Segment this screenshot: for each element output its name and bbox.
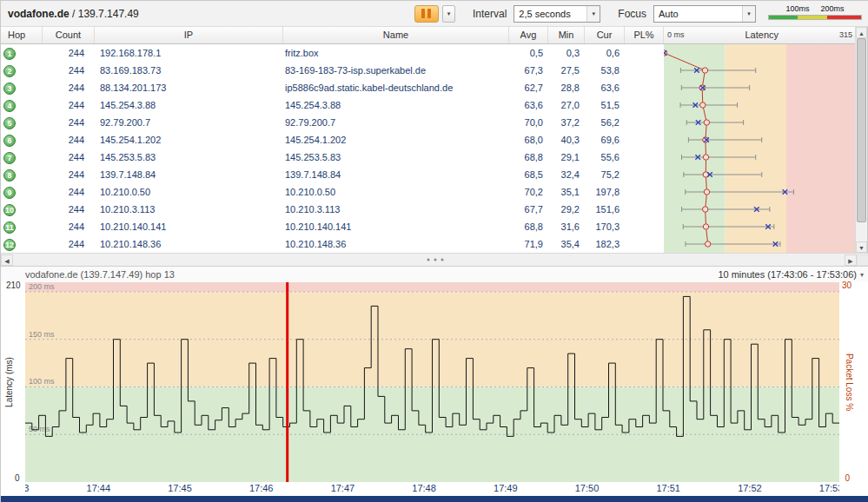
triangle-up-icon: ▲ (858, 30, 865, 36)
focus-select[interactable]: Auto ▾ (653, 5, 756, 23)
column-header-avg: Avg (509, 27, 548, 43)
cell-count: 244 (43, 235, 95, 253)
cell-name: 10.210.3.113 (283, 201, 509, 218)
cell-count: 244 (43, 183, 95, 201)
cell-ip: 10.210.148.36 (95, 235, 283, 253)
cell-count: 244 (43, 201, 95, 218)
column-header-cur: Cur (585, 27, 625, 43)
cell-avg: 68,8 (509, 218, 548, 235)
interval-control: Interval 2,5 seconds ▾ (467, 5, 600, 23)
column-header-count: Count (43, 27, 95, 43)
cell-name: ip5886c9ad.static.kabel-deutschland.de (283, 79, 509, 96)
latency-time-series-chart[interactable]: 200 ms150 ms100 ms50 ms (25, 282, 839, 482)
cell-avg: 70,0 (509, 114, 548, 131)
cell-pl (625, 131, 664, 149)
cell-avg: 71,9 (509, 235, 548, 253)
triangle-down-icon: ▼ (858, 245, 865, 251)
svg-text:200 ms: 200 ms (29, 282, 55, 291)
cell-name: 145.253.5.83 (283, 149, 509, 166)
pause-icon (427, 9, 431, 18)
cell-cur: 51,5 (585, 96, 625, 114)
hop-number-badge: 3 (3, 83, 16, 95)
table-header: Hop Count IP Name Avg Min Cur PL% 0 ms L… (1, 27, 857, 44)
cell-avg: 0,5 (509, 44, 548, 62)
hop-number-badge: 5 (3, 117, 16, 129)
column-header-latency: 0 ms Latency 315 (664, 27, 857, 43)
yaxis-right-title: Packet Loss % (845, 347, 854, 418)
cell-min: 31,6 (548, 218, 585, 235)
scroll-right-button[interactable]: ▶ (845, 254, 857, 266)
cell-name: 139.7.148.84 (283, 166, 509, 183)
cell-pl (625, 149, 664, 166)
splitter-grip[interactable] (427, 259, 443, 261)
legend-yellow-segment (798, 16, 826, 19)
cell-min: 35,4 (548, 235, 585, 253)
column-header-ip: IP (95, 27, 283, 43)
cell-pl (625, 79, 664, 96)
cell-cur: 182,3 (585, 235, 625, 253)
legend-200ms-label: 200ms (820, 4, 844, 13)
hop-number-badge: 4 (3, 100, 16, 112)
pause-dropdown-button[interactable]: ▾ (442, 5, 455, 23)
x-axis-tick: 17:47 (331, 483, 355, 493)
legend-green-segment (769, 16, 798, 19)
cell-name: 10.210.148.36 (283, 235, 509, 253)
hop-latency-graph[interactable] (664, 44, 857, 253)
scroll-up-button[interactable]: ▲ (856, 27, 867, 38)
x-axis-tick: 17:45 (168, 483, 192, 493)
cell-min: 35,1 (548, 183, 585, 201)
triangle-left-icon: ◀ (4, 258, 9, 264)
column-header-min: Min (548, 27, 585, 43)
focus-control: Focus Auto ▾ (613, 5, 756, 23)
cell-avg: 67,3 (509, 62, 548, 79)
scroll-left-button[interactable]: ◀ (1, 254, 13, 266)
pause-button[interactable] (414, 5, 439, 23)
cell-count: 244 (43, 218, 95, 235)
cell-avg: 63,6 (509, 96, 548, 114)
cell-name: 145.254.3.88 (283, 96, 509, 114)
cell-ip: 83.169.183.73 (95, 62, 283, 79)
scrollbar-corner (857, 254, 868, 266)
focus-label: Focus (618, 8, 646, 20)
cell-cur: 0,6 (585, 44, 625, 62)
interval-select[interactable]: 2,5 seconds ▾ (514, 5, 600, 23)
scrollbar-track[interactable] (856, 38, 867, 241)
scroll-down-button[interactable]: ▼ (856, 241, 867, 253)
cell-avg: 68,0 (509, 131, 548, 149)
hop-number-badge: 8 (3, 169, 16, 182)
hop-number-badge: 2 (3, 65, 16, 77)
cell-pl (625, 218, 664, 235)
splitter-bar[interactable]: ◀ ▶ (1, 253, 868, 267)
hop-number-badge: 1 (3, 48, 16, 60)
cell-name: 10.210.140.141 (283, 218, 509, 235)
cell-avg: 62,7 (509, 79, 548, 96)
timeline-x-axis: 17:4317:4417:4517:4617:4717:4817:4917:50… (1, 482, 868, 496)
timeline-range-label: 10 minutes (17:43:06 - 17:53:06) (718, 269, 857, 280)
column-header-hop: Hop (1, 27, 43, 43)
cell-pl (625, 183, 664, 201)
chevron-down-icon: ▾ (586, 6, 600, 22)
trace-control: ▾ (414, 5, 455, 23)
legend-red-segment (827, 16, 861, 19)
cell-ip: 145.253.5.83 (95, 149, 283, 166)
x-axis-tick: 17:49 (494, 483, 518, 493)
cell-name: 10.210.0.50 (283, 183, 509, 201)
cell-cur: 55,6 (585, 149, 625, 166)
interval-value: 2,5 seconds (519, 9, 570, 19)
x-axis-tick: 17:44 (87, 483, 111, 493)
cell-pl (625, 114, 664, 131)
triangle-right-icon: ▶ (848, 258, 852, 264)
timeline-plot-area: 210 0 30 0 Latency (ms) Packet Loss % 20… (1, 282, 868, 482)
grip-dot-icon (427, 259, 429, 261)
cell-name: fritz.box (283, 44, 509, 62)
cell-avg: 68,8 (509, 149, 548, 166)
cell-count: 244 (43, 96, 95, 114)
cell-cur: 69,6 (585, 131, 625, 149)
x-axis-tick: 17:43 (25, 483, 29, 493)
cell-name: 145.254.1.202 (283, 131, 509, 149)
column-header-name: Name (283, 27, 509, 43)
timeline-range-dropdown[interactable]: 10 minutes (17:43:06 - 17:53:06) ▾ (718, 269, 864, 280)
yaxis-left-title: Latency (ms) (4, 352, 14, 413)
scrollbar-thumb[interactable] (857, 38, 866, 222)
cell-ip: 192.168.178.1 (95, 44, 283, 62)
